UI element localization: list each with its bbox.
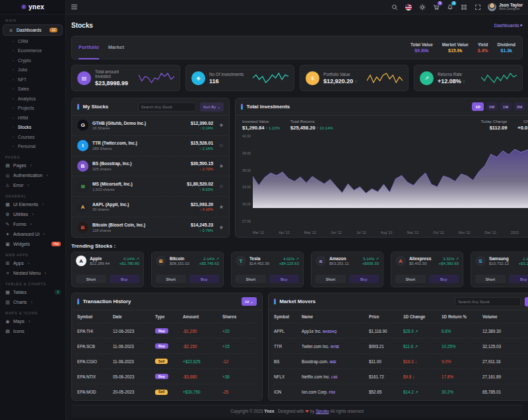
short-button[interactable]: Short [236,275,266,283]
buy-button[interactable]: Buy [509,275,528,283]
sidebar-item[interactable]: ≡ Nested Menu › [0,268,65,278]
time-range-button[interactable]: 1D [472,102,484,111]
buy-button[interactable]: Buy [349,275,380,283]
sidebar-item[interactable]: ▤ Pages › [0,160,65,170]
sidebar-item[interactable]: – Stocks [0,123,65,133]
transaction-row[interactable]: EPA:SCB 11-06-2023 Buy -$2,150 +15 [77,339,257,354]
short-button[interactable]: Short [395,275,426,283]
sidebar-item[interactable]: ○ Ecommerce [0,46,65,56]
spruko-link[interactable]: Spruko [315,409,329,413]
sort-by-button[interactable]: Sort By ⌄ [200,102,224,112]
summary-stat-label: Dividend [498,42,515,47]
sidebar-item[interactable]: ⌂ Dashboards 12 [3,24,63,36]
sidebar-section: MAPS & ICONS ◉ Maps › ▤ Icons [0,307,65,336]
tab[interactable]: Market [108,36,124,59]
stock-logo-icon: B [77,160,88,172]
stocks-search-input[interactable] [138,102,196,112]
breadcrumb[interactable]: Dashboards ▸ [494,22,523,28]
theme-toggle-sun-icon[interactable] [418,3,426,11]
fullscreen-icon[interactable] [474,3,482,11]
sidebar-section-heading: TABLES & CHARTS [0,278,65,287]
trending-stock-name: Bitcoin [170,256,189,261]
investment-stat-value: +0.01%↑ [517,125,528,131]
short-button[interactable]: Short [475,275,506,283]
favorite-star-icon[interactable]: ★ [217,122,224,128]
sidebar-item[interactable]: ○ CRM [0,36,65,46]
user-profile[interactable]: Json Taylor Web Designer [488,3,523,11]
favorite-star-icon[interactable]: ★ [217,225,224,230]
buy-button[interactable]: Buy [189,275,220,283]
mover-row[interactable]: APPL App1e Inc.NASDAQ $1,116.90 $28.9 ↗ … [274,324,528,339]
sidebar-item[interactable]: ○ Sales [0,85,65,94]
sidebar-item[interactable]: ✦ Advanced Ui › [0,229,65,239]
sidebar-item[interactable]: ○ Projects [0,104,65,114]
hamburger-menu-icon[interactable] [71,5,77,10]
buy-button[interactable]: Buy [269,275,300,283]
stock-list-item[interactable]: B BS (Boostrap, Inc.) 325 shares $30,500… [72,157,229,177]
mover-price: $993.21 [369,344,403,349]
mover-row[interactable]: BS Boostrap.com.NSE $11.00 $16.0 ↓ 9.0% … [274,354,528,369]
movers-sort-by-button[interactable]: Sort By [525,297,528,306]
short-button[interactable]: Short [156,275,186,283]
stock-list-item[interactable]: G GTHB (Gituhb, Demo Inc.) 16 Shares $12… [72,116,229,136]
sidebar-item[interactable]: ◎ Authentication › [0,170,65,180]
transaction-row[interactable]: EPA:THI 12-06-2023 Buy -$1,290 +20 [77,324,257,339]
sidebar-item[interactable]: ✎ Forms › [0,219,65,229]
time-range-button[interactable]: 3M [513,102,525,111]
sidebar-item[interactable]: ▦ Ui Elements › [0,199,65,209]
tab[interactable]: Portfolio [79,36,99,59]
short-button[interactable]: Short [76,275,106,283]
sidebar-item[interactable]: ○ Personal [0,142,65,152]
heart-icon: ❤ [305,409,308,413]
sidebar-item[interactable]: ⚠ Error › [0,180,65,190]
brand-logo[interactable]: ❋ ynex [0,0,65,15]
mover-row[interactable]: NFLX Netflix.com Inc.LSE $161.72 $9.8 ↓ … [274,369,528,384]
apps-grid-icon[interactable] [460,3,468,11]
sidebar-item[interactable]: ⚙ Utilities › [0,209,65,219]
favorite-star-icon[interactable]: ★ [217,163,224,169]
time-range-button[interactable]: 1W [486,102,498,111]
transaction-row[interactable]: EPA:CGIO 11-06-2023 Sell +$22,625 -12 [77,354,257,369]
sidebar-item[interactable]: ▦ Tables 3 [0,287,65,297]
sidebar-item[interactable]: ⊞ Apps › [0,258,65,268]
filter-all-button[interactable]: All ⌄ [242,297,257,306]
mover-row[interactable]: TTR Twiter.com Inc.NYSE $993.21 $11.6 ↗ … [274,339,528,354]
sidebar-item[interactable]: ○ Jobs [0,65,65,75]
sidebar-item[interactable]: ○ Crypto [0,55,65,65]
mover-row[interactable]: ION Ion.com Corp.FSX $52.65 $14.2 ↗ 30.2… [274,384,528,400]
sidebar-item[interactable]: ○ HRM [0,113,65,123]
sidebar-item[interactable]: ▤ Icons [0,326,65,336]
search-icon[interactable] [391,3,399,11]
tx-symbol: EPA:SCB [77,344,113,349]
favorite-star-icon[interactable]: ☆ [217,143,224,149]
favorite-star-icon[interactable]: ★ [217,204,224,210]
trending-stock-change: +$1,780.80 [119,262,139,265]
sidebar-item[interactable]: ○ Courses [0,132,65,142]
x-axis-labels: Mar '12Apr '12May '12Jun '12Jul '12Aug '… [253,230,528,234]
stock-list-item[interactable]: ⊞ MS (Micorsoft, Inc.) 1,523 shares $1,8… [72,176,229,197]
sidebar-item[interactable]: ○ Analytics [0,94,65,104]
sidebar-item[interactable]: ▣ Widgets Hot [0,239,65,249]
transaction-row[interactable]: EPA:MOD 20-05-2023 Sell +$30,750 -25 [77,384,257,400]
sidebar-item[interactable]: ◉ Maps › [0,316,65,326]
mover-exchange-tag: NASDAQ [323,330,337,333]
buy-button[interactable]: Buy [429,275,459,283]
stock-list-item[interactable]: A AAPL (Appil, Inc.) 30 shares $21,093.2… [72,197,229,217]
notifications-bell-icon[interactable]: 3 [446,3,454,11]
transaction-row[interactable]: EPA:NTIX 05-06-2023 Buy -$3,680 +36 [77,369,257,384]
time-range-button[interactable]: 1M [500,102,512,111]
sidebar-item[interactable]: ▥ Charts › [0,297,65,307]
mover-name: Netflix.com Inc. [302,374,330,379]
favorite-star-icon[interactable]: ☆ [217,184,224,190]
cart-icon[interactable]: 5 [432,3,440,11]
my-stocks-title: My Stocks [83,104,109,110]
mover-exchange-tag: NYSE [331,345,339,349]
stock-list-item[interactable]: t TTR (Twiter.com, Inc.) 289 Shares $15,… [72,136,229,157]
language-flag-icon[interactable] [405,3,412,11]
movers-search-input[interactable] [455,297,521,306]
short-button[interactable]: Short [315,275,346,283]
sidebar-item[interactable]: ○ NFT [0,75,65,85]
stock-list-item[interactable]: Ƀ Bitcoin (Bioset Coin, Inc.) 118 shares… [72,217,229,238]
kpi-icon: $ [306,71,319,85]
buy-button[interactable]: Buy [110,275,140,283]
